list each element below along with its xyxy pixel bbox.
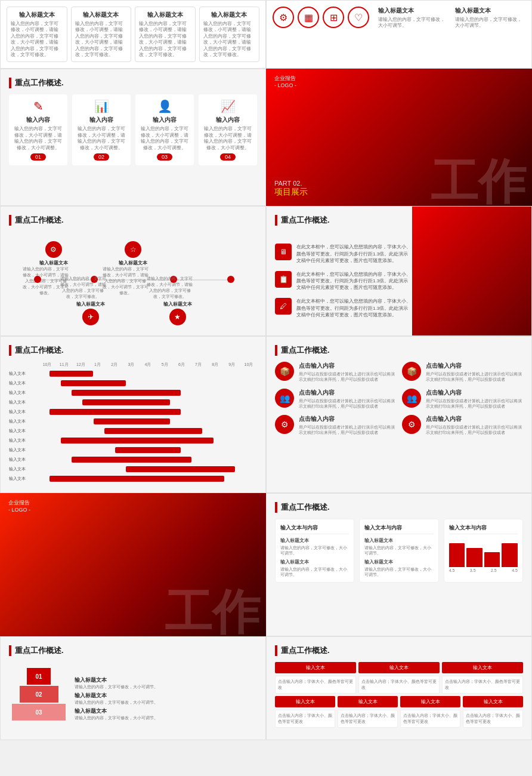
list-item-1: 🖥 在此文本框中，您可以输入您想填的内容，字体大小、颜色等皆可更改。行间距为多行…: [275, 244, 412, 264]
list-text-3: 在此文本框中，您可以输入您想填的内容，字体大小、颜色等皆可更改。行间距为多行行距…: [296, 298, 412, 318]
cc-title-3: 输入文本与内容: [449, 524, 518, 534]
gm-9: 6月: [173, 362, 190, 368]
gantt-bar-area-6: [39, 428, 257, 434]
six-title-1: 点击输入内容: [299, 362, 396, 370]
six-item-5: ⚙ 点击输入内容 用户可以在投影仪或者计算机上进行演示也可以将演示文稿打印出来拜…: [275, 415, 396, 435]
gantt-label-10: 输入文本: [9, 466, 39, 472]
row2-right-panel: 企业报告 - LOGO - 工作 PART 02. 项目展示: [266, 69, 532, 206]
cards-row: 输入标题文本 输入您的内容，文字可修改，小可调整，请输入您的内容，文字可修改，大…: [7, 7, 259, 62]
body-cell-2-1: 点击输入内容；字体大小、颜色等皆可更改: [275, 710, 335, 728]
gantt-bar-area-3: [39, 399, 257, 405]
row4-right-panel: 重点工作概述. 📦 点击输入内容 用户可以在投影仪或者计算机上进行演示也可以将演…: [266, 336, 532, 493]
fi-item-3: 👤 输入内容 输入您的内容，文字可修改，大小可调整，请输入您的内容，文字可修改，…: [135, 94, 194, 165]
gantt-row-9: 输入文本: [9, 455, 257, 464]
gm-11: 8月: [207, 362, 224, 368]
icon-box: ⊞: [323, 7, 344, 28]
pyr-level-2: 02: [20, 686, 58, 703]
mini-bar-0: [449, 543, 465, 567]
node-body-3: 请输入您的内容，文字可修改，大小可调节，请输入您的内容，文字可修改，文字可修改。: [59, 276, 107, 300]
fi-item-4: 📈 输入内容 输入您的内容，文字可修改，大小可调整，请输入您的内容，文字可修改，…: [199, 94, 257, 165]
gantt-row-3: 输入文本: [9, 398, 257, 407]
btn-2-4[interactable]: 输入文本: [463, 696, 523, 707]
six-icon-4: 👥: [402, 389, 421, 408]
list-item-2: 📋 在此文本框中，您可以输入您想填的内容，字体大小、颜色等皆可更改。行间距为多行…: [275, 271, 412, 291]
btn-header-2[interactable]: 输入文本: [358, 662, 440, 673]
icon-gear: ⚙: [273, 7, 294, 28]
bar-labels: 4.5 3.5 2.5 4.5: [449, 568, 518, 572]
gantt-bar-1: [61, 380, 126, 386]
btn-header-3[interactable]: 输入文本: [442, 662, 523, 673]
header-btn-row: 输入文本 输入文本 输入文本: [275, 662, 523, 673]
gantt-row-10: 输入文本: [9, 465, 257, 473]
fi-icon-3: 👤: [140, 99, 189, 113]
section-title-r5r: 重点工作概述.: [275, 502, 523, 513]
six-item-4: 👥 点击输入内容 用户可以在投影仪或者计算机上进行演示也可以将演示文稿打印出来拜…: [402, 389, 523, 409]
body-cell-1-3: 点击输入内容；字体大小、颜色等皆可更改: [442, 676, 523, 694]
six-icon-3: 👥: [275, 389, 294, 408]
cc-sub-1a: 输入标题文本: [280, 537, 349, 544]
cc-body-1a: 请输入您的内容，文字可修改，大小可调节。: [280, 545, 349, 556]
fi-body-4: 输入您的内容，文字可修改，大小可调整，请输入您的内容，文字可修改，大小可调整。: [203, 126, 252, 151]
body-cell-1-2: 点击输入内容；字体大小、颜色等皆可更改: [358, 676, 440, 694]
gantt-bar-area-0: [39, 371, 257, 377]
btn-2-1[interactable]: 输入文本: [275, 696, 335, 707]
bar-lbl-3: 2.5: [491, 568, 497, 572]
btn-2-3[interactable]: 输入文本: [400, 696, 460, 707]
card-1: 输入标题文本 输入您的内容，文字可修改，小可调整，请输入您的内容，文字可修改，大…: [7, 7, 67, 62]
pyr-lbl-2: 输入标题文本 请输入您的内容，文字可修改，大小可调节。: [75, 692, 257, 705]
btn-header-1[interactable]: 输入文本: [275, 662, 356, 673]
six-title-2: 点击输入内容: [426, 362, 523, 370]
gm-2: 11月: [55, 362, 72, 368]
body-row-2: 点击输入内容；字体大小、颜色等皆可更改 点击输入内容；字体大小、颜色等皆可更改 …: [275, 710, 523, 728]
fi-body-1: 输入您的内容，文字可修改，大小可调整，请输入您的内容，文字可修改，大小可调整。: [14, 126, 63, 151]
six-title-6: 点击输入内容: [426, 415, 523, 423]
pl-title-1: 输入标题文本: [75, 676, 257, 684]
fi-icon-2: 📊: [77, 99, 126, 113]
logo-text-r5: 企业报告: [8, 499, 30, 507]
six-text-1: 点击输入内容 用户可以在投影仪或者计算机上进行演示也可以将演示文稿打印出来拜托，…: [299, 362, 396, 382]
gantt-bar-3: [82, 399, 169, 405]
gm-5: 2月: [106, 362, 123, 368]
gm-12: 9月: [224, 362, 240, 368]
six-item-3: 👥 点击输入内容 用户可以在投影仪或者计算机上进行演示也可以将演示文稿打印出来拜…: [275, 389, 396, 409]
table-section: 输入文本 输入文本 输入文本 点击输入内容；字体大小、颜色等皆可更改 点击输入内…: [275, 662, 523, 728]
body-cell-1-1: 点击输入内容；字体大小、颜色等皆可更改: [275, 676, 356, 694]
body-row-1: 点击输入内容；字体大小、颜色等皆可更改 点击输入内容；字体大小、颜色等皆可更改 …: [275, 676, 523, 694]
gantt-bar-0: [50, 371, 93, 377]
six-body-2: 用户可以在投影仪或者计算机上进行演示也可以将演示文稿打印出来拜托，用户可以投影仪…: [426, 371, 523, 382]
icon-row: ⚙ ▦ ⊞ ♡: [273, 7, 369, 30]
pyr-lbl-1: 输入标题文本 请输入您的内容，文字可修改，大小可调节。: [75, 676, 257, 689]
six-title-4: 点击输入内容: [426, 389, 523, 397]
fi-body-3: 输入您的内容，文字可修改，大小可调整，请输入您的内容，文字可修改，大小可调整。: [140, 126, 189, 151]
gantt-row-0: 输入文本: [9, 369, 257, 378]
row3-bg: [412, 207, 531, 335]
row2-left-panel: 重点工作概述. ✎ 输入内容 输入您的内容，文字可修改，大小可调整，请输入您的内…: [0, 69, 266, 206]
gm-8: 5月: [156, 362, 173, 368]
gantt-row-11: 输入文本: [9, 475, 257, 483]
pl-body-2: 请输入您的内容，文字可修改，大小可调节。: [75, 700, 257, 705]
text-item-1-title: 输入标题文本: [378, 7, 449, 15]
logo-area-r5: 企业报告 - LOGO -: [8, 499, 30, 513]
body-cell-2-3: 点击输入内容；字体大小、颜色等皆可更改: [400, 710, 460, 728]
big-work-text-r5: 工作: [165, 589, 260, 636]
section-title-r6r: 重点工作概述.: [275, 645, 523, 656]
gantt-row-6: 输入文本: [9, 427, 257, 435]
node-icon-2: ☆: [125, 241, 141, 258]
btn-2-2[interactable]: 输入文本: [338, 696, 398, 707]
gm-10: 7月: [190, 362, 206, 368]
pl-title-2: 输入标题文本: [75, 692, 257, 700]
card-4-title: 输入标题文本: [203, 11, 256, 19]
list-text-1: 在此文本框中，您可以输入您想填的内容，字体大小、颜色等皆可更改。行间距为多行行距…: [296, 244, 412, 264]
six-text-5: 点击输入内容 用户可以在投影仪或者计算机上进行演示也可以将演示文稿打印出来拜托，…: [299, 415, 396, 435]
list-icon-1: 🖥: [275, 244, 292, 260]
section-title-r4l: 重点工作概述.: [9, 345, 257, 356]
gantt-label-8: 输入文本: [9, 447, 39, 453]
six-icon-6: ⚙: [402, 415, 421, 434]
six-item-6: ⚙ 点击输入内容 用户可以在投影仪或者计算机上进行演示也可以将演示文稿打印出来拜…: [402, 415, 523, 435]
gantt-row-8: 输入文本: [9, 446, 257, 454]
gantt-bar-area-1: [39, 380, 257, 386]
node-body-2: 请输入您的内容，文字可修改，大小可调节，请输入您的内容，文字可修改，大小可调节，…: [101, 266, 149, 296]
mini-bar-2: [484, 552, 500, 567]
six-text-4: 点击输入内容 用户可以在投影仪或者计算机上进行演示也可以将演示文稿打印出来拜托，…: [426, 389, 523, 409]
six-body-5: 用户可以在投影仪或者计算机上进行演示也可以将演示文稿打印出来拜托，用户可以投影仪…: [299, 424, 396, 435]
